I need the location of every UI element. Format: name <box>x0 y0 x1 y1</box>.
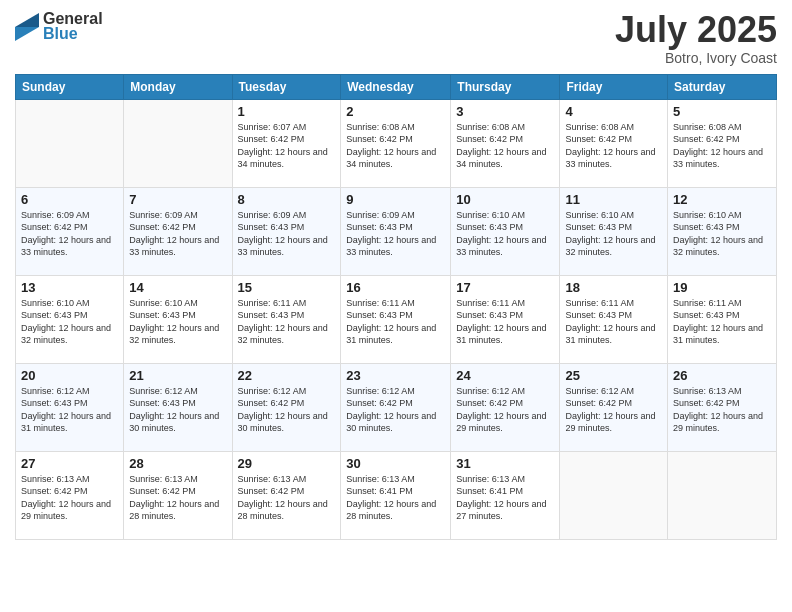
day-cell: 16Sunrise: 6:11 AMSunset: 6:43 PMDayligh… <box>341 275 451 363</box>
weekday-header-row: Sunday Monday Tuesday Wednesday Thursday… <box>16 74 777 99</box>
sunrise-text: Sunrise: 6:10 AM <box>673 209 771 222</box>
sunset-text: Sunset: 6:42 PM <box>565 133 662 146</box>
day-cell: 27Sunrise: 6:13 AMSunset: 6:42 PMDayligh… <box>16 451 124 539</box>
sunrise-text: Sunrise: 6:11 AM <box>238 297 336 310</box>
sunrise-text: Sunrise: 6:12 AM <box>238 385 336 398</box>
day-info: Sunrise: 6:12 AMSunset: 6:42 PMDaylight:… <box>456 385 554 435</box>
day-info: Sunrise: 6:07 AMSunset: 6:42 PMDaylight:… <box>238 121 336 171</box>
svg-marker-1 <box>15 13 39 27</box>
daylight-text: Daylight: 12 hours and 33 minutes. <box>238 234 336 259</box>
day-cell: 1Sunrise: 6:07 AMSunset: 6:42 PMDaylight… <box>232 99 341 187</box>
day-number: 25 <box>565 368 662 383</box>
daylight-text: Daylight: 12 hours and 33 minutes. <box>565 146 662 171</box>
daylight-text: Daylight: 12 hours and 33 minutes. <box>346 234 445 259</box>
day-number: 20 <box>21 368 118 383</box>
svg-marker-0 <box>15 27 39 41</box>
day-info: Sunrise: 6:11 AMSunset: 6:43 PMDaylight:… <box>673 297 771 347</box>
sunrise-text: Sunrise: 6:12 AM <box>21 385 118 398</box>
day-cell: 21Sunrise: 6:12 AMSunset: 6:43 PMDayligh… <box>124 363 232 451</box>
day-info: Sunrise: 6:09 AMSunset: 6:42 PMDaylight:… <box>21 209 118 259</box>
day-info: Sunrise: 6:10 AMSunset: 6:43 PMDaylight:… <box>565 209 662 259</box>
week-row-4: 20Sunrise: 6:12 AMSunset: 6:43 PMDayligh… <box>16 363 777 451</box>
day-number: 31 <box>456 456 554 471</box>
sunset-text: Sunset: 6:43 PM <box>21 309 118 322</box>
sunrise-text: Sunrise: 6:13 AM <box>238 473 336 486</box>
sunrise-text: Sunrise: 6:12 AM <box>565 385 662 398</box>
sunrise-text: Sunrise: 6:10 AM <box>456 209 554 222</box>
week-row-2: 6Sunrise: 6:09 AMSunset: 6:42 PMDaylight… <box>16 187 777 275</box>
day-info: Sunrise: 6:11 AMSunset: 6:43 PMDaylight:… <box>238 297 336 347</box>
day-cell <box>560 451 668 539</box>
logo-icon <box>15 13 39 41</box>
sunrise-text: Sunrise: 6:13 AM <box>456 473 554 486</box>
sunset-text: Sunset: 6:43 PM <box>565 309 662 322</box>
day-info: Sunrise: 6:12 AMSunset: 6:42 PMDaylight:… <box>565 385 662 435</box>
sunset-text: Sunset: 6:42 PM <box>238 133 336 146</box>
day-number: 28 <box>129 456 226 471</box>
daylight-text: Daylight: 12 hours and 33 minutes. <box>21 234 118 259</box>
day-number: 14 <box>129 280 226 295</box>
sunrise-text: Sunrise: 6:13 AM <box>129 473 226 486</box>
header-saturday: Saturday <box>668 74 777 99</box>
sunrise-text: Sunrise: 6:07 AM <box>238 121 336 134</box>
day-number: 10 <box>456 192 554 207</box>
day-cell: 4Sunrise: 6:08 AMSunset: 6:42 PMDaylight… <box>560 99 668 187</box>
daylight-text: Daylight: 12 hours and 32 minutes. <box>673 234 771 259</box>
sunset-text: Sunset: 6:41 PM <box>346 485 445 498</box>
day-cell: 11Sunrise: 6:10 AMSunset: 6:43 PMDayligh… <box>560 187 668 275</box>
sunset-text: Sunset: 6:42 PM <box>346 133 445 146</box>
day-number: 5 <box>673 104 771 119</box>
day-number: 19 <box>673 280 771 295</box>
day-cell: 31Sunrise: 6:13 AMSunset: 6:41 PMDayligh… <box>451 451 560 539</box>
sunset-text: Sunset: 6:42 PM <box>346 397 445 410</box>
day-cell <box>16 99 124 187</box>
sunset-text: Sunset: 6:43 PM <box>346 309 445 322</box>
sunrise-text: Sunrise: 6:13 AM <box>21 473 118 486</box>
daylight-text: Daylight: 12 hours and 30 minutes. <box>346 410 445 435</box>
day-number: 15 <box>238 280 336 295</box>
month-title: July 2025 <box>615 10 777 50</box>
daylight-text: Daylight: 12 hours and 29 minutes. <box>21 498 118 523</box>
day-cell: 17Sunrise: 6:11 AMSunset: 6:43 PMDayligh… <box>451 275 560 363</box>
daylight-text: Daylight: 12 hours and 31 minutes. <box>673 322 771 347</box>
sunset-text: Sunset: 6:43 PM <box>129 397 226 410</box>
day-cell: 30Sunrise: 6:13 AMSunset: 6:41 PMDayligh… <box>341 451 451 539</box>
day-number: 23 <box>346 368 445 383</box>
week-row-5: 27Sunrise: 6:13 AMSunset: 6:42 PMDayligh… <box>16 451 777 539</box>
daylight-text: Daylight: 12 hours and 32 minutes. <box>21 322 118 347</box>
week-row-1: 1Sunrise: 6:07 AMSunset: 6:42 PMDaylight… <box>16 99 777 187</box>
day-info: Sunrise: 6:10 AMSunset: 6:43 PMDaylight:… <box>129 297 226 347</box>
sunrise-text: Sunrise: 6:12 AM <box>456 385 554 398</box>
day-info: Sunrise: 6:08 AMSunset: 6:42 PMDaylight:… <box>456 121 554 171</box>
sunset-text: Sunset: 6:43 PM <box>346 221 445 234</box>
daylight-text: Daylight: 12 hours and 29 minutes. <box>673 410 771 435</box>
sunrise-text: Sunrise: 6:13 AM <box>673 385 771 398</box>
daylight-text: Daylight: 12 hours and 34 minutes. <box>238 146 336 171</box>
day-number: 11 <box>565 192 662 207</box>
day-number: 6 <box>21 192 118 207</box>
day-info: Sunrise: 6:08 AMSunset: 6:42 PMDaylight:… <box>346 121 445 171</box>
sunrise-text: Sunrise: 6:10 AM <box>129 297 226 310</box>
sunrise-text: Sunrise: 6:08 AM <box>673 121 771 134</box>
day-info: Sunrise: 6:13 AMSunset: 6:42 PMDaylight:… <box>238 473 336 523</box>
day-number: 13 <box>21 280 118 295</box>
day-cell: 9Sunrise: 6:09 AMSunset: 6:43 PMDaylight… <box>341 187 451 275</box>
daylight-text: Daylight: 12 hours and 27 minutes. <box>456 498 554 523</box>
day-cell: 25Sunrise: 6:12 AMSunset: 6:42 PMDayligh… <box>560 363 668 451</box>
sunset-text: Sunset: 6:43 PM <box>238 309 336 322</box>
day-cell: 20Sunrise: 6:12 AMSunset: 6:43 PMDayligh… <box>16 363 124 451</box>
sunset-text: Sunset: 6:41 PM <box>456 485 554 498</box>
day-info: Sunrise: 6:13 AMSunset: 6:42 PMDaylight:… <box>673 385 771 435</box>
day-info: Sunrise: 6:09 AMSunset: 6:43 PMDaylight:… <box>346 209 445 259</box>
daylight-text: Daylight: 12 hours and 31 minutes. <box>346 322 445 347</box>
header-sunday: Sunday <box>16 74 124 99</box>
header-monday: Monday <box>124 74 232 99</box>
day-number: 8 <box>238 192 336 207</box>
sunset-text: Sunset: 6:42 PM <box>238 485 336 498</box>
sunrise-text: Sunrise: 6:09 AM <box>238 209 336 222</box>
sunset-text: Sunset: 6:43 PM <box>129 309 226 322</box>
day-number: 27 <box>21 456 118 471</box>
day-cell: 19Sunrise: 6:11 AMSunset: 6:43 PMDayligh… <box>668 275 777 363</box>
sunrise-text: Sunrise: 6:12 AM <box>346 385 445 398</box>
day-number: 18 <box>565 280 662 295</box>
